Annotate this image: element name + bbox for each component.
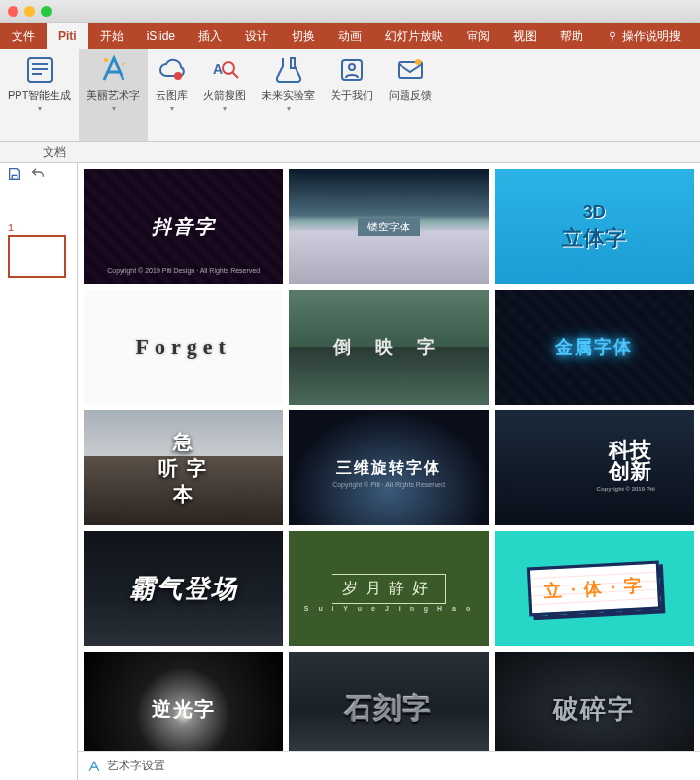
tab-piti[interactable]: Piti	[47, 23, 88, 49]
gallery-item-forget[interactable]: Forget	[84, 290, 283, 405]
save-icon	[7, 166, 22, 182]
card-label: 破碎字	[547, 692, 641, 727]
ribbon-about-us[interactable]: 关于我们	[323, 49, 381, 141]
quick-access-toolbar	[6, 165, 47, 183]
window-titlebar	[0, 0, 700, 23]
svg-rect-10	[291, 58, 295, 68]
svg-point-12	[349, 64, 355, 70]
svg-rect-2	[32, 63, 48, 65]
tab-review[interactable]: 审阅	[455, 23, 502, 49]
dropdown-icon: ▾	[170, 104, 174, 113]
ribbon-rocket-search[interactable]: A 火箭搜图 ▾	[195, 49, 254, 141]
card-label: 霸气登场	[123, 572, 244, 606]
cloud-gallery-icon	[157, 54, 188, 86]
ribbon-art-text[interactable]: 美丽艺术字 ▾	[79, 49, 148, 141]
ribbon-toolbar: PPT智能生成 ▾ 美丽艺术字 ▾ 云图库 ▾ A 火箭搜图 ▾ 未来实验室 ▾…	[0, 49, 700, 142]
ribbon-label: PPT智能生成	[8, 89, 71, 102]
ribbon-label: 关于我们	[331, 89, 373, 102]
card-sub: Copyright © 2019 Piti Design · All Right…	[107, 267, 260, 274]
work-area: 1 抖音字Copyright © 2019 Piti Design · All …	[0, 163, 700, 780]
gallery-item-hollow[interactable]: 镂空字体	[289, 169, 488, 284]
save-button[interactable]	[6, 165, 23, 183]
slide-number: 1	[8, 222, 69, 233]
ribbon-tabs: 文件 Piti 开始 iSlide 插入 设计 切换 动画 幻灯片放映 审阅 视…	[0, 23, 700, 49]
card-label: 抖音字	[146, 214, 222, 240]
art-settings-icon	[88, 760, 101, 773]
slide-preview	[8, 235, 66, 278]
tab-design[interactable]: 设计	[233, 23, 280, 49]
gallery-grid: 抖音字Copyright © 2019 Piti Design · All Ri…	[78, 163, 700, 751]
dropdown-icon: ▾	[112, 104, 116, 113]
rocket-search-icon: A	[209, 54, 240, 86]
tab-slideshow[interactable]: 幻灯片放映	[373, 23, 455, 49]
card-label: 岁月静好	[332, 574, 446, 604]
document-label: 文档	[43, 144, 66, 160]
gallery-item-3drotate[interactable]: 三维旋转字体Copyright © Piti · All Rights Rese…	[289, 410, 488, 525]
gallery-item-stone[interactable]: 石刻字	[289, 652, 488, 751]
tab-transition[interactable]: 切换	[280, 23, 327, 49]
card-label: 3D	[578, 202, 612, 223]
tab-animation[interactable]: 动画	[327, 23, 373, 49]
card-label2: 立体字	[556, 224, 632, 253]
gallery-item-3d[interactable]: 3D立体字	[495, 169, 694, 284]
gallery-item-entrance[interactable]: 霸气登场	[84, 531, 283, 646]
card-label: 科技 创新	[603, 440, 657, 482]
ribbon-label: 云图库	[156, 89, 188, 102]
card-sub: Copyright © Piti · All Rights Reserved	[332, 481, 445, 488]
ribbon-feedback[interactable]: 问题反馈	[381, 49, 439, 141]
card-label: 石刻字	[339, 691, 438, 727]
tab-file[interactable]: 文件	[0, 23, 47, 49]
tab-help[interactable]: 帮助	[548, 23, 595, 49]
card-label: 三维旋转字体	[331, 458, 447, 479]
footer-label: 艺术字设置	[107, 758, 165, 774]
card-label: 镂空字体	[358, 218, 420, 236]
ribbon-label: 火箭搜图	[203, 89, 246, 102]
gallery-item-city[interactable]: 急 听 字 本	[84, 410, 283, 525]
dropdown-icon: ▾	[223, 104, 227, 113]
slide-thumbnail-pane: 1	[0, 163, 78, 780]
tab-view[interactable]: 视图	[502, 23, 548, 49]
smart-generate-icon	[24, 54, 55, 86]
gallery-item-broken[interactable]: 破碎字	[495, 652, 694, 751]
ribbon-ppt-smart-generate[interactable]: PPT智能生成 ▾	[0, 49, 79, 141]
document-label-row: 文档	[0, 142, 700, 163]
ribbon-label: 问题反馈	[389, 89, 432, 102]
svg-point-6	[122, 63, 124, 66]
ribbon-label: 未来实验室	[262, 89, 315, 102]
tab-insert[interactable]: 插入	[187, 23, 233, 49]
art-text-icon	[98, 54, 129, 86]
tell-me-search[interactable]: 操作说明搜	[595, 23, 692, 49]
lightbulb-icon	[607, 30, 618, 42]
undo-icon	[30, 166, 46, 182]
card-label: 急 听 字 本	[153, 429, 215, 508]
undo-button[interactable]	[29, 165, 47, 183]
tab-islide[interactable]: iSlide	[135, 23, 187, 49]
close-window-button[interactable]	[8, 6, 18, 17]
svg-point-14	[415, 59, 421, 65]
card-label: 逆光字	[146, 696, 222, 723]
gallery-item-metal[interactable]: 金属字体	[495, 290, 694, 405]
dropdown-icon: ▾	[287, 104, 291, 113]
svg-text:A: A	[213, 61, 223, 77]
tell-me-label: 操作说明搜	[622, 28, 681, 45]
gallery-footer-settings[interactable]: 艺术字设置	[78, 751, 700, 780]
ribbon-cloud-gallery[interactable]: 云图库 ▾	[148, 49, 195, 141]
svg-point-0	[611, 32, 615, 37]
gallery-item-backlight[interactable]: 逆光字	[84, 652, 283, 751]
gallery-item-peaceful[interactable]: 岁月静好S u i Y u e J i n g H a o	[289, 531, 488, 646]
gallery-item-tech[interactable]: 科技 创新Copyright © 2019 Piti	[495, 410, 694, 525]
card-label: 立 · 体 · 字	[527, 560, 661, 616]
gallery-item-cube[interactable]: 立 · 体 · 字	[495, 531, 694, 646]
gallery-item-douyin[interactable]: 抖音字Copyright © 2019 Piti Design · All Ri…	[84, 169, 283, 284]
maximize-window-button[interactable]	[41, 6, 52, 17]
svg-rect-4	[32, 73, 42, 75]
dropdown-icon: ▾	[38, 104, 42, 113]
slide-thumbnail[interactable]: 1	[8, 222, 69, 278]
tab-home[interactable]: 开始	[88, 23, 135, 49]
card-label: 金属字体	[549, 336, 639, 359]
gallery-item-reflection[interactable]: 倒 映 字	[289, 290, 488, 405]
minimize-window-button[interactable]	[24, 6, 35, 17]
lab-icon	[273, 54, 304, 86]
svg-point-7	[174, 72, 182, 80]
ribbon-future-lab[interactable]: 未来实验室 ▾	[254, 49, 323, 141]
